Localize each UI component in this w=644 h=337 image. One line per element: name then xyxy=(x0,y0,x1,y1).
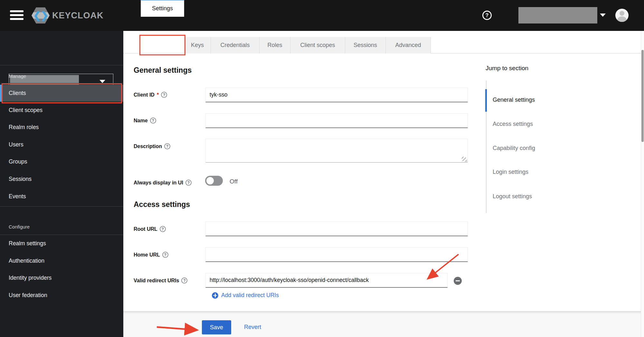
plus-circle-icon xyxy=(212,292,218,299)
question-circle-icon[interactable] xyxy=(181,277,187,284)
hamburger-menu-icon[interactable] xyxy=(10,10,24,20)
brand-text: KEYCLOAK xyxy=(52,11,104,21)
jump-active-indicator xyxy=(485,89,487,112)
sidebar-divider xyxy=(0,65,123,65)
tab-settings[interactable]: Settings xyxy=(141,0,184,17)
sidebar-item-identity-providers[interactable]: Identity providers xyxy=(0,269,123,286)
sidebar-item-sessions[interactable]: Sessions xyxy=(0,171,123,188)
username-redacted xyxy=(518,7,597,23)
valid-redirect-uri-input[interactable] xyxy=(205,273,448,288)
revert-link[interactable]: Revert xyxy=(244,324,261,331)
sidebar-item-client-scopes[interactable]: Client scopes xyxy=(0,102,123,119)
sidebar-item-groups[interactable]: Groups xyxy=(0,153,123,170)
keycloak-admin-console: ❮❯ KEYCLOAK Manage Clients Client scopes… xyxy=(0,0,644,337)
sidebar-divider xyxy=(0,83,123,83)
sidebar-item-realm-roles[interactable]: Realm roles xyxy=(0,119,123,136)
user-menu-chevron-icon[interactable] xyxy=(600,14,606,17)
root-url-input[interactable] xyxy=(205,221,468,236)
textarea-resize-handle-icon[interactable] xyxy=(462,157,466,161)
home-url-label: Home URL xyxy=(134,252,168,258)
sidebar-item-authentication[interactable]: Authentication xyxy=(0,252,123,269)
sidebar-section-manage: Manage xyxy=(9,73,26,79)
avatar[interactable] xyxy=(615,9,629,22)
main-content xyxy=(123,31,644,337)
question-circle-icon[interactable] xyxy=(160,226,166,232)
description-textarea[interactable] xyxy=(205,139,468,163)
tab-roles[interactable]: Roles xyxy=(260,37,290,53)
sidebar-item-events[interactable]: Events xyxy=(0,188,123,205)
save-button[interactable]: Save xyxy=(202,320,231,334)
tab-keys[interactable]: Keys xyxy=(184,37,211,53)
general-settings-heading: General settings xyxy=(134,66,192,75)
question-circle-icon[interactable] xyxy=(161,92,167,98)
tab-client-scopes[interactable]: Client scopes xyxy=(290,37,345,53)
jump-item-logout-settings[interactable]: Logout settings xyxy=(493,192,532,201)
jump-item-access-settings[interactable]: Access settings xyxy=(493,120,533,128)
sidebar-divider xyxy=(0,206,123,207)
tab-advanced[interactable]: Advanced xyxy=(386,37,431,53)
required-asterisk: * xyxy=(157,92,159,98)
jump-item-login-settings[interactable]: Login settings xyxy=(493,168,528,176)
sidebar-item-clients[interactable]: Clients xyxy=(0,85,123,102)
realm-selector-chevron-icon xyxy=(99,80,105,83)
client-id-input[interactable] xyxy=(205,88,468,102)
access-settings-heading: Access settings xyxy=(134,200,190,209)
jump-item-capability-config[interactable]: Capability config xyxy=(493,144,535,152)
home-url-input[interactable] xyxy=(205,247,468,262)
sidebar-item-user-federation[interactable]: User federation xyxy=(0,287,123,304)
question-circle-icon[interactable] xyxy=(150,117,156,124)
jump-item-general-settings[interactable]: General settings xyxy=(493,96,535,104)
description-label: Description xyxy=(134,143,170,149)
tab-sessions[interactable]: Sessions xyxy=(345,37,386,53)
jump-to-section-heading: Jump to section xyxy=(486,65,528,72)
question-circle-icon[interactable] xyxy=(185,180,192,186)
topbar: ❮❯ KEYCLOAK xyxy=(0,0,644,31)
keycloak-logo[interactable]: ❮❯ KEYCLOAK xyxy=(32,7,104,24)
sidebar-item-users[interactable]: Users xyxy=(0,136,123,153)
toggle-state-text: Off xyxy=(230,178,238,185)
valid-redirect-uris-label: Valid redirect URIs xyxy=(134,277,187,284)
scrollbar-thumb[interactable] xyxy=(641,50,644,142)
root-url-label: Root URL xyxy=(134,226,166,232)
remove-redirect-uri-button[interactable] xyxy=(454,277,462,285)
tab-credentials[interactable]: Credentials xyxy=(211,37,260,53)
question-circle-icon[interactable] xyxy=(164,143,170,149)
keycloak-hexagon-icon: ❮❯ xyxy=(32,7,50,23)
add-redirect-uri-link[interactable]: Add valid redirect URIs xyxy=(212,292,279,299)
question-circle-icon[interactable] xyxy=(162,252,168,258)
name-input[interactable] xyxy=(205,113,468,128)
name-label: Name xyxy=(134,117,156,124)
help-icon[interactable] xyxy=(482,11,492,20)
sidebar-section-configure: Configure xyxy=(9,224,30,229)
form-action-footer xyxy=(123,311,644,337)
always-display-toggle[interactable] xyxy=(205,176,223,186)
client-id-label: Client ID * xyxy=(134,92,167,98)
sidebar-item-realm-settings[interactable]: Realm settings xyxy=(0,235,123,252)
always-display-label: Always display in UI xyxy=(134,180,192,186)
